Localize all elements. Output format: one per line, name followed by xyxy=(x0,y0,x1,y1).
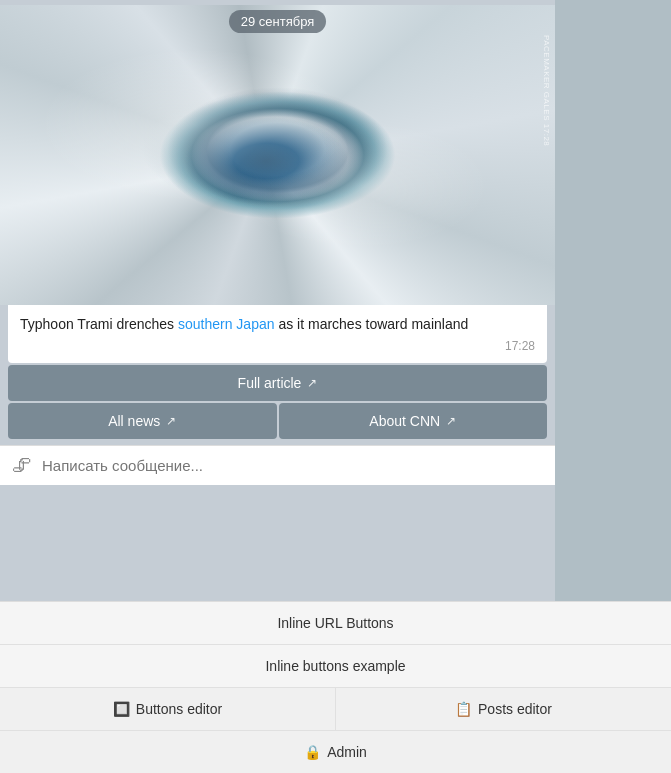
typhoon-photo xyxy=(0,5,555,305)
all-news-button[interactable]: All news ↗ xyxy=(8,403,277,439)
input-area: 🖇 xyxy=(0,445,555,485)
inline-url-label: Inline URL Buttons xyxy=(277,615,393,631)
admin-label: Admin xyxy=(327,744,367,760)
about-cnn-arrow-icon: ↗ xyxy=(446,414,456,428)
full-article-label: Full article xyxy=(238,375,302,391)
date-label: 29 сентября xyxy=(229,10,327,33)
inline-example-label: Inline buttons example xyxy=(265,658,405,674)
posts-editor-button[interactable]: 📋 Posts editor xyxy=(336,688,671,730)
date-badge: 29 сентября xyxy=(0,0,555,33)
buttons-editor-icon: 🔲 xyxy=(113,701,130,717)
message-bubble: Typhoon Trami drenches southern Japan as… xyxy=(8,305,547,363)
admin-lock-icon: 🔒 xyxy=(304,744,321,760)
watermark: PACEMAKER GALES 17:28 xyxy=(542,35,551,146)
admin-button[interactable]: 🔒 Admin xyxy=(0,731,671,773)
about-cnn-label: About CNN xyxy=(369,413,440,429)
message-wrapper: Typhoon Trami drenches southern Japan as… xyxy=(0,305,555,439)
all-news-label: All news xyxy=(108,413,160,429)
bottom-panel: Inline URL Buttons Inline buttons exampl… xyxy=(0,601,671,773)
attach-icon[interactable]: 🖇 xyxy=(12,454,32,477)
all-news-arrow-icon: ↗ xyxy=(166,414,176,428)
inline-example-button[interactable]: Inline buttons example xyxy=(0,645,671,688)
message-text-part1: Typhoon Trami drenches xyxy=(20,316,178,332)
editor-row: 🔲 Buttons editor 📋 Posts editor xyxy=(0,688,671,731)
news-cnn-row: All news ↗ About CNN ↗ xyxy=(8,403,547,439)
buttons-editor-label: Buttons editor xyxy=(136,701,222,717)
inline-url-button[interactable]: Inline URL Buttons xyxy=(0,602,671,645)
message-time: 17:28 xyxy=(20,339,535,353)
full-article-row: Full article ↗ xyxy=(8,365,547,401)
message-text-part2: as it marches toward mainland xyxy=(275,316,469,332)
message-input[interactable] xyxy=(42,457,543,474)
full-article-button[interactable]: Full article ↗ xyxy=(8,365,547,401)
buttons-editor-button[interactable]: 🔲 Buttons editor xyxy=(0,688,336,730)
message-image: PACEMAKER GALES 17:28 xyxy=(0,5,555,305)
message-text: Typhoon Trami drenches southern Japan as… xyxy=(20,315,535,335)
posts-editor-icon: 📋 xyxy=(455,701,472,717)
posts-editor-label: Posts editor xyxy=(478,701,552,717)
message-highlight: southern Japan xyxy=(178,316,275,332)
full-article-arrow-icon: ↗ xyxy=(307,376,317,390)
about-cnn-button[interactable]: About CNN ↗ xyxy=(279,403,548,439)
